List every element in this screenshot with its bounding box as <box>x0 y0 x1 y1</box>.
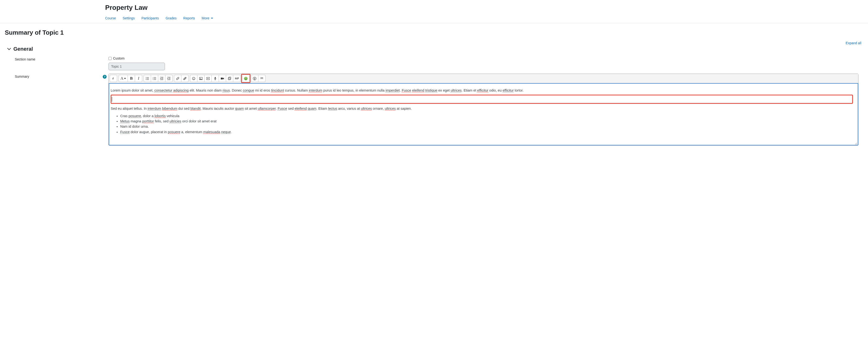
svg-rect-29 <box>228 78 230 80</box>
svg-rect-14 <box>161 79 163 79</box>
svg-point-23 <box>194 78 194 79</box>
section-toggle-general[interactable]: General <box>5 46 863 52</box>
italic-button[interactable]: I <box>135 75 142 82</box>
embed-icon <box>244 77 248 80</box>
paragraph-style-label: A <box>120 76 123 81</box>
bullet-list-button[interactable] <box>144 75 151 82</box>
custom-checkbox[interactable] <box>108 57 112 60</box>
summary-label: Summary <box>5 74 103 79</box>
indent-icon <box>167 77 170 80</box>
svg-rect-13 <box>161 78 163 78</box>
microphone-icon <box>213 77 217 80</box>
svg-rect-1 <box>147 77 149 78</box>
unlink-button[interactable] <box>181 75 189 82</box>
tab-more-label: More <box>202 16 209 20</box>
chevron-down-icon <box>211 18 213 19</box>
tab-grades[interactable]: Grades <box>166 16 177 20</box>
svg-point-4 <box>146 79 146 80</box>
svg-point-21 <box>192 77 195 80</box>
caret-down-icon <box>124 78 126 79</box>
number-list-button[interactable]: 123 <box>151 75 158 82</box>
tab-settings[interactable]: Settings <box>123 16 135 20</box>
svg-rect-17 <box>168 78 170 78</box>
section-name-label: Section name <box>5 56 103 61</box>
field-section-name: Section name Custom <box>5 56 863 70</box>
chevron-down-icon <box>7 47 11 51</box>
tab-more[interactable]: More <box>202 16 213 20</box>
editor-toolbar: A B I <box>109 74 858 83</box>
resize-handle[interactable] <box>855 142 857 144</box>
outdent-icon <box>160 77 163 80</box>
paragraph-1: Lorem ipsum dolor sit amet, consectetur … <box>111 88 853 93</box>
section-name-input[interactable] <box>108 63 165 70</box>
toolbar-expand-button[interactable] <box>110 75 117 82</box>
paragraph-style-button[interactable]: A <box>119 75 128 82</box>
svg-rect-5 <box>147 79 149 80</box>
page-title: Summary of Topic 1 <box>5 29 863 36</box>
svg-rect-9 <box>154 78 156 79</box>
svg-point-36 <box>261 78 262 79</box>
main-content: Summary of Topic 1 Expand all General Se… <box>0 23 868 154</box>
h5p-label: H-P <box>235 77 239 80</box>
svg-rect-15 <box>160 80 163 80</box>
bold-label: B <box>130 76 133 81</box>
screenreader-button[interactable] <box>258 75 266 82</box>
svg-point-34 <box>261 78 261 79</box>
custom-label: Custom <box>113 56 125 60</box>
bullet-list-icon <box>146 77 149 80</box>
tab-course[interactable]: Course <box>105 16 116 20</box>
list-item: Nam id dolor urna. <box>120 124 853 129</box>
summary-editor: A B I <box>108 74 859 146</box>
number-list-icon: 123 <box>153 77 156 80</box>
course-tabs: Course Settings Participants Grades Repo… <box>105 16 868 23</box>
svg-rect-27 <box>215 77 216 79</box>
media-button[interactable] <box>205 75 212 82</box>
svg-rect-11 <box>154 79 156 80</box>
image-button[interactable] <box>197 75 205 82</box>
accessibility-button[interactable] <box>251 75 258 82</box>
tab-reports[interactable]: Reports <box>183 16 195 20</box>
svg-point-32 <box>254 78 255 78</box>
svg-rect-3 <box>147 78 149 79</box>
svg-point-25 <box>200 78 200 78</box>
page-header: Property Law Course Settings Participant… <box>0 0 868 23</box>
svg-point-37 <box>262 77 263 78</box>
svg-text:3: 3 <box>153 79 153 80</box>
embed-content-button[interactable] <box>242 75 249 82</box>
paragraph-2: Sed eu aliquet tellus. In interdum biben… <box>111 106 853 111</box>
svg-point-33 <box>261 77 261 78</box>
record-video-button[interactable] <box>219 75 226 82</box>
expand-all-link[interactable]: Expand all <box>846 41 861 45</box>
expand-toolbar-icon <box>112 77 115 80</box>
accessibility-icon <box>253 77 256 80</box>
svg-rect-30 <box>229 77 231 79</box>
emoji-icon <box>192 77 195 80</box>
link-icon <box>176 77 180 80</box>
svg-rect-19 <box>167 80 170 80</box>
list-item: Metus magna porttitor felis, sed ultrici… <box>120 119 853 124</box>
help-icon[interactable]: ? <box>103 75 106 79</box>
text-caret <box>112 97 112 101</box>
outdent-button[interactable] <box>158 75 165 82</box>
media-icon <box>206 77 210 80</box>
link-button[interactable] <box>174 75 181 82</box>
h5p-button[interactable]: H-P <box>233 75 241 82</box>
list-item: Fusce dolor augue, placerat in posuere a… <box>120 129 853 135</box>
braille-icon <box>260 77 264 80</box>
tab-participants[interactable]: Participants <box>142 16 159 20</box>
editor-content-area[interactable]: Lorem ipsum dolor sit amet, consectetur … <box>109 83 858 145</box>
manage-files-button[interactable] <box>226 75 233 82</box>
bullet-list: Cras posuere, dolor a lobortis vehiculaM… <box>111 113 853 135</box>
indent-button[interactable] <box>165 75 173 82</box>
svg-point-22 <box>193 78 193 79</box>
emoji-button[interactable] <box>190 75 197 82</box>
course-title: Property Law <box>105 4 868 11</box>
svg-point-35 <box>261 77 262 78</box>
svg-rect-18 <box>168 79 170 79</box>
image-icon <box>199 77 203 80</box>
record-audio-button[interactable] <box>212 75 219 82</box>
svg-rect-28 <box>221 78 223 79</box>
svg-point-2 <box>146 78 146 79</box>
bold-button[interactable]: B <box>128 75 135 82</box>
insert-cursor-highlight <box>111 95 853 104</box>
